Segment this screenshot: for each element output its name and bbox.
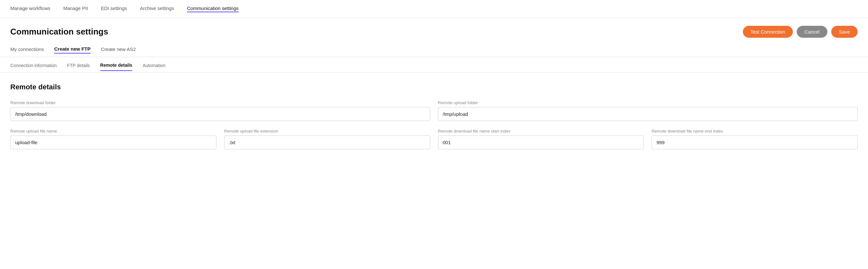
section-title: Remote details [10, 83, 858, 91]
remote-download-folder-input[interactable] [10, 107, 430, 121]
section-tabs: Connection information FTP details Remot… [0, 57, 868, 72]
sub-tabs: My connections Create new FTP Create new… [0, 43, 868, 57]
remote-download-end-group: Remote download file name end index [652, 129, 858, 149]
remote-upload-file-ext-input[interactable] [224, 136, 430, 149]
remote-upload-folder-label: Remote upload folder [438, 100, 858, 105]
nav-archive-settings[interactable]: Archive settings [140, 5, 174, 12]
file-name-row: Remote upload file name Remote upload fi… [10, 129, 858, 149]
remote-upload-file-name-label: Remote upload file name [10, 129, 216, 133]
save-button[interactable]: Save [831, 26, 858, 38]
remote-upload-file-ext-group: Remote upload file extension [224, 129, 430, 149]
test-connection-button[interactable]: Test Connection [743, 26, 793, 38]
nav-communication-settings[interactable]: Communication settings [187, 5, 239, 12]
nav-manage-workflows[interactable]: Manage workflows [10, 5, 50, 12]
remote-upload-file-name-input[interactable] [10, 136, 216, 149]
main-content: Remote details Remote download folder Re… [0, 72, 868, 160]
header-row: Communication settings Test Connection C… [0, 18, 868, 43]
tab-create-new-ftp[interactable]: Create new FTP [54, 46, 91, 54]
remote-download-folder-group: Remote download folder [10, 100, 430, 121]
remote-download-folder-label: Remote download folder [10, 100, 430, 105]
tab-remote-details[interactable]: Remote details [100, 63, 132, 71]
header-buttons: Test Connection Cancel Save [743, 26, 858, 38]
nav-manage-pii[interactable]: Manage PII [63, 5, 88, 12]
top-navigation: Manage workflows Manage PII EDI settings… [0, 0, 868, 18]
page-title: Communication settings [10, 27, 108, 37]
tab-ftp-details[interactable]: FTP details [67, 63, 90, 71]
remote-download-end-label: Remote download file name end index [652, 129, 858, 133]
remote-upload-folder-input[interactable] [438, 107, 858, 121]
remote-upload-folder-group: Remote upload folder [438, 100, 858, 121]
remote-download-start-input[interactable] [438, 136, 644, 149]
remote-download-start-group: Remote download file name start index [438, 129, 644, 149]
folder-row: Remote download folder Remote upload fol… [10, 100, 858, 121]
tab-create-new-as2[interactable]: Create new AS2 [101, 47, 136, 53]
tab-my-connections[interactable]: My connections [10, 47, 44, 53]
remote-download-start-label: Remote download file name start index [438, 129, 644, 133]
tab-automation[interactable]: Automation [143, 63, 165, 71]
remote-download-end-input[interactable] [652, 136, 858, 149]
remote-upload-file-ext-label: Remote upload file extension [224, 129, 430, 133]
remote-upload-file-name-group: Remote upload file name [10, 129, 216, 149]
tab-connection-information[interactable]: Connection information [10, 63, 57, 71]
nav-edi-settings[interactable]: EDI settings [101, 5, 127, 12]
cancel-button[interactable]: Cancel [797, 26, 827, 38]
